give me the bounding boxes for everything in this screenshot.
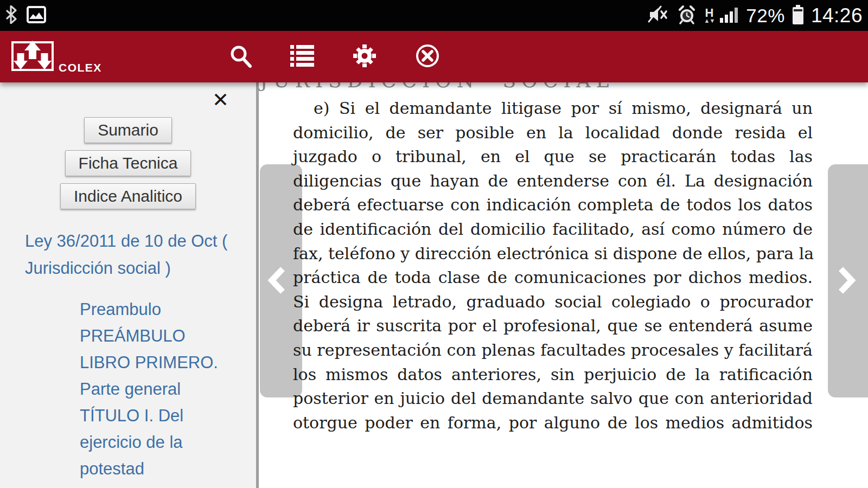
text-line: su representación con plenas facultades … (293, 338, 813, 363)
signal-strength-icon (719, 6, 739, 25)
toc-item-libro-primero[interactable]: LIBRO PRIMERO. Parte general (80, 349, 237, 402)
document-title-link[interactable]: Ley 36/2011 de 10 de Oct ( Jurisdicción … (25, 228, 247, 282)
text-line: deberá efectuarse con indicación complet… (293, 193, 813, 217)
toc-sidebar: ✕ Sumario Ficha Tecnica Indice Analitico… (0, 82, 259, 488)
toc-item-preambulo-caps[interactable]: PREÁMBULO (80, 323, 237, 349)
battery-icon (792, 4, 805, 27)
colex-logo-icon (11, 38, 54, 75)
status-bar: H ▲▼ 72% 14:26 (0, 0, 868, 31)
search-icon (229, 44, 253, 69)
clock-time: 14:26 (811, 4, 863, 27)
sidebar-button-column: Sumario Ficha Tecnica Indice Analitico (0, 117, 256, 209)
text-line: de identificación del domicilio facilita… (293, 217, 813, 242)
text-line: posterior en juicio del demandante salvo… (293, 387, 813, 411)
page-next-button[interactable] (828, 164, 868, 397)
text-line: domicilio, de ser posible en la localida… (293, 121, 813, 145)
mute-vibrate-icon (648, 4, 669, 27)
close-document-button[interactable] (412, 42, 443, 72)
text-line: diligencias que hayan de entenderse con … (293, 169, 813, 194)
text-line: otorgue poder en forma, por alguno de lo… (293, 411, 813, 435)
indice-analitico-button[interactable]: Indice Analitico (60, 183, 196, 209)
text-line: los mismos datos anteriores, sin perjuic… (293, 363, 813, 387)
toc-list: Preambulo PREÁMBULO LIBRO PRIMERO. Parte… (80, 296, 237, 482)
ficha-tecnica-button[interactable]: Ficha Tecnica (65, 150, 192, 176)
settings-button[interactable] (349, 42, 380, 72)
search-button[interactable] (226, 42, 256, 72)
status-bar-right: H ▲▼ 72% 14:26 (648, 4, 863, 27)
gear-icon (352, 43, 377, 70)
toc-item-titulo-i[interactable]: TÍTULO I. Del ejercicio de la potestad (80, 402, 237, 482)
screenshot-icon (26, 4, 47, 27)
alarm-icon (676, 4, 698, 27)
document-page: JURISDICCIÓN SOCIAL e) Si el demandante … (259, 82, 868, 488)
app-brand[interactable]: COLEX (11, 38, 102, 75)
text-line: deberá ir suscrita por el profesional, q… (293, 314, 813, 338)
brand-label: COLEX (59, 61, 102, 75)
toc-list-button[interactable] (287, 42, 317, 72)
document-text: e) Si el demandante litigase por sí mism… (293, 97, 813, 435)
text-line: e) Si el demandante litigase por sí mism… (293, 97, 813, 121)
text-line: práctica de toda clase de comunicaciones… (293, 266, 813, 290)
text-line: fax, teléfono y dirección electrónica si… (293, 242, 813, 266)
text-line: juzgado o tribunal, en el que se practic… (293, 145, 813, 169)
app-bar: COLEX (0, 31, 868, 82)
toc-item-preambulo[interactable]: Preambulo (80, 296, 237, 323)
battery-percent: 72% (746, 5, 785, 27)
circle-x-icon (415, 43, 440, 70)
close-icon: ✕ (212, 88, 229, 112)
network-type-icon: H ▲▼ (704, 7, 715, 24)
bluetooth-icon (5, 5, 17, 26)
chevron-left-icon (267, 266, 287, 296)
chevron-right-icon (837, 266, 856, 296)
text-line: Si designa letrado, graduado social cole… (293, 290, 813, 314)
sidebar-close-button[interactable]: ✕ (212, 90, 229, 110)
sumario-button[interactable]: Sumario (84, 117, 172, 143)
status-bar-left (5, 4, 47, 27)
list-icon (290, 44, 315, 69)
